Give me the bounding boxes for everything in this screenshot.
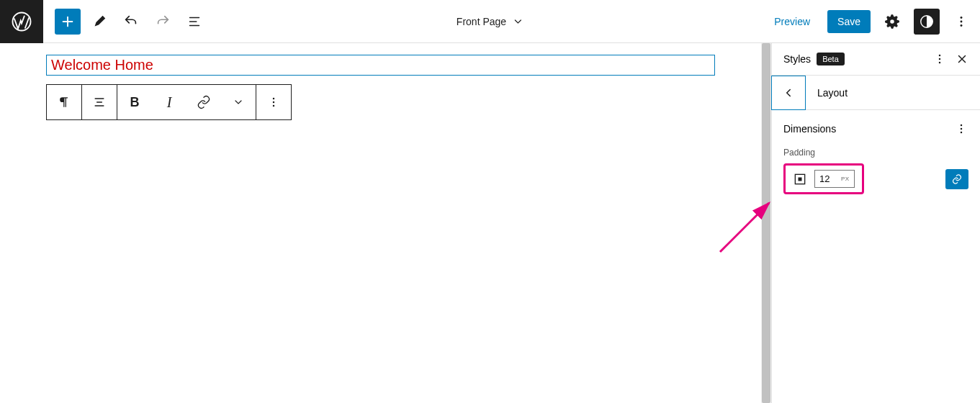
save-button[interactable]: Save (827, 10, 871, 33)
chevron-down-icon (233, 96, 244, 108)
padding-input-wrapper: PX (814, 170, 855, 188)
svg-point-10 (939, 62, 941, 64)
list-view-button[interactable] (181, 9, 207, 35)
box-model-icon (793, 172, 807, 186)
link-button[interactable] (186, 85, 221, 119)
canvas-scrollbar[interactable] (761, 43, 771, 403)
undo-button[interactable] (118, 9, 144, 35)
beta-badge: Beta (817, 53, 845, 65)
contrast-icon (919, 14, 935, 30)
styles-more-button[interactable] (932, 52, 947, 66)
block-type-button[interactable] (47, 85, 81, 119)
add-block-button[interactable] (55, 9, 81, 35)
site-title-block[interactable]: Welcome Home (46, 55, 715, 76)
wordpress-logo-icon[interactable] (0, 0, 43, 43)
bold-button[interactable]: B (117, 85, 152, 119)
dots-vertical-icon (932, 52, 947, 66)
settings-button[interactable] (879, 9, 905, 35)
dots-vertical-icon (953, 14, 969, 30)
svg-point-11 (961, 124, 963, 127)
svg-point-6 (273, 101, 275, 104)
styles-panel-title: Styles (783, 53, 811, 65)
nav-section-label: Layout (806, 87, 848, 99)
top-toolbar: Front Page Preview Save (0, 0, 980, 43)
more-format-button[interactable] (221, 85, 256, 119)
nav-back-button[interactable] (771, 76, 806, 110)
dots-vertical-icon (954, 122, 968, 136)
chevron-down-icon (512, 16, 523, 27)
svg-point-9 (939, 58, 941, 60)
dimensions-options-button[interactable] (954, 122, 968, 136)
align-button[interactable] (82, 85, 117, 119)
chevron-left-icon (782, 86, 795, 99)
styles-sidebar: Styles Beta Layout Dimensions Padding (771, 43, 980, 403)
padding-sides-button[interactable] (793, 172, 807, 186)
align-icon (92, 95, 107, 109)
svg-point-2 (961, 17, 963, 19)
block-toolbar: B I (46, 84, 292, 120)
svg-point-4 (961, 24, 963, 27)
padding-value-input[interactable] (819, 173, 838, 184)
svg-point-5 (273, 98, 275, 100)
svg-point-8 (939, 55, 941, 57)
svg-point-3 (961, 20, 963, 22)
svg-point-7 (273, 105, 275, 107)
block-more-button[interactable] (256, 85, 291, 119)
redo-button[interactable] (150, 9, 176, 35)
padding-unit-label[interactable]: PX (841, 176, 850, 182)
document-title: Front Page (457, 16, 506, 27)
svg-point-13 (961, 132, 963, 134)
link-icon (951, 173, 963, 185)
svg-point-12 (961, 128, 963, 130)
editor-canvas[interactable]: Welcome Home B I (0, 43, 761, 403)
more-menu-button[interactable] (948, 9, 974, 35)
edit-mode-icon[interactable] (86, 9, 112, 35)
gear-icon (884, 14, 900, 30)
padding-control-highlight: PX (783, 163, 864, 194)
padding-link-button[interactable] (945, 169, 968, 189)
padding-label: Padding (783, 148, 968, 158)
pilcrow-icon (57, 95, 71, 109)
italic-button[interactable]: I (152, 85, 186, 119)
preview-button[interactable]: Preview (765, 10, 819, 33)
document-title-dropdown[interactable]: Front Page (457, 16, 523, 27)
scrollbar-thumb[interactable] (762, 43, 770, 403)
close-icon (956, 53, 968, 65)
dots-vertical-icon (266, 95, 281, 109)
svg-rect-15 (799, 177, 802, 181)
dimensions-heading: Dimensions (783, 123, 836, 135)
close-sidebar-button[interactable] (956, 53, 968, 65)
styles-toggle-button[interactable] (914, 9, 940, 35)
link-icon (197, 95, 211, 109)
